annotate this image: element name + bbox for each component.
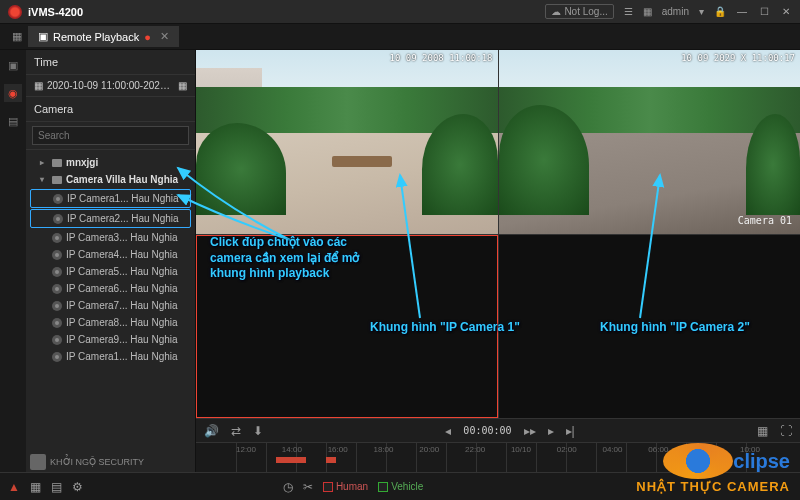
close-icon[interactable]: ✕	[780, 6, 792, 18]
camera-icon	[52, 284, 62, 294]
fullscreen-icon[interactable]: ⛶	[780, 424, 792, 438]
filter-vehicle[interactable]: Vehicle	[378, 481, 423, 492]
user-dropdown-icon[interactable]: ▾	[699, 6, 704, 17]
cloud-login-button[interactable]: ☁ Not Log...	[545, 4, 613, 19]
leftbar-calendar-icon[interactable]: ▣	[4, 56, 22, 74]
alert-icon[interactable]: ▲	[8, 480, 20, 494]
clock-icon[interactable]: ◷	[283, 480, 293, 494]
folder-icon	[52, 176, 62, 184]
camera-item[interactable]: IP Camera3... Hau Nghia	[26, 229, 195, 246]
filter-vehicle-label: Vehicle	[391, 481, 423, 492]
camera-item[interactable]: IP Camera4... Hau Nghia	[26, 246, 195, 263]
camera-label: IP Camera1... Hau Nghia	[66, 351, 178, 362]
filter-human[interactable]: Human	[323, 481, 368, 492]
playback-cell-3[interactable]	[196, 235, 498, 419]
app-title: iVMS-4200	[28, 6, 545, 18]
timeline-tick: 14:00	[282, 445, 302, 454]
app-logo	[8, 5, 22, 19]
leftbar-camera-icon[interactable]: ◉	[4, 84, 22, 102]
time-range-picker[interactable]: ▦ 2020-10-09 11:00:00-2020-1... ▦	[26, 75, 195, 97]
timeline-segment	[326, 457, 336, 463]
timeline-tick: 12:00	[236, 445, 256, 454]
playback-cell-2[interactable]: 10 09 2029 X 11:00:17 Camera 01	[499, 50, 801, 234]
camera-icon	[52, 335, 62, 345]
camera-header: Camera	[26, 97, 195, 122]
camera-label: IP Camera7... Hau Nghia	[66, 300, 178, 311]
group-label: Camera Villa Hau Nghia	[66, 174, 178, 185]
camera-label: IP Camera3... Hau Nghia	[66, 232, 178, 243]
playback-cell-4[interactable]	[499, 235, 801, 419]
layout-icon[interactable]: ▦	[757, 424, 768, 438]
camera-label: IP Camera2... Hau Nghia	[67, 213, 179, 224]
camera-label: IP Camera1... Hau Nghia	[67, 193, 179, 204]
maximize-icon[interactable]: ☐	[758, 6, 770, 18]
search-input[interactable]	[32, 126, 189, 145]
volume-icon[interactable]: 🔊	[204, 424, 219, 438]
cloud-icon: ☁	[551, 6, 561, 17]
footer-card-icon[interactable]: ▤	[51, 480, 62, 494]
camera-label: IP Camera8... Hau Nghia	[66, 317, 178, 328]
lock-icon[interactable]: 🔒	[714, 6, 726, 18]
footer-grid-icon[interactable]: ▦	[30, 480, 41, 494]
pause-icon[interactable]: ▸	[548, 424, 554, 438]
timeline-tick: 02:00	[557, 445, 577, 454]
camera-icon	[52, 301, 62, 311]
caret-icon: ▾	[40, 175, 48, 184]
playback-controls: 🔊 ⇄ ⬇ ◂ 00:00:00 ▸▸ ▸ ▸| ▦ ⛶	[196, 418, 800, 442]
camera-icon	[52, 318, 62, 328]
timeline-segment	[276, 457, 306, 463]
camera-item[interactable]: IP Camera1... Hau Nghia	[30, 189, 191, 208]
step-icon[interactable]: ▸|	[566, 424, 575, 438]
timeline[interactable]: 12:0014:0016:0018:0020:0022:0010/1002:00…	[196, 442, 800, 472]
camera-icon	[53, 194, 63, 204]
timestamp-overlay: 10 09 2029 X 11:00:17	[681, 53, 795, 63]
camera-item[interactable]: IP Camera8... Hau Nghia	[26, 314, 195, 331]
grid-icon[interactable]: ▦	[643, 6, 652, 17]
timeline-tick: 22:00	[465, 445, 485, 454]
playback-time: 00:00:00	[463, 425, 511, 436]
camera-label: IP Camera6... Hau Nghia	[66, 283, 178, 294]
camera-item[interactable]: IP Camera9... Hau Nghia	[26, 331, 195, 348]
playback-cell-1[interactable]: 10 09 2008 11:00:18	[196, 50, 498, 234]
camera-group[interactable]: ▸ mnxjgi	[26, 154, 195, 171]
camera-label: IP Camera9... Hau Nghia	[66, 334, 178, 345]
camera-group[interactable]: ▾ Camera Villa Hau Nghia	[26, 171, 195, 188]
camera-tree: ▸ mnxjgi ▾ Camera Villa Hau Nghia IP Cam…	[26, 150, 195, 472]
calendar-icon: ▦	[34, 80, 43, 91]
scissors-icon[interactable]: ✂	[303, 480, 313, 494]
camera-item[interactable]: IP Camera6... Hau Nghia	[26, 280, 195, 297]
user-label[interactable]: admin	[662, 6, 689, 17]
tab-label: Remote Playback	[53, 31, 139, 43]
tab-remote-playback[interactable]: ▣ Remote Playback ● ✕	[28, 26, 179, 47]
camera-item[interactable]: IP Camera5... Hau Nghia	[26, 263, 195, 280]
caret-icon: ▸	[40, 158, 48, 167]
play-icon[interactable]: ▸▸	[524, 424, 536, 438]
time-header: Time	[26, 50, 195, 75]
playback-icon: ▣	[38, 30, 48, 43]
share-icon[interactable]: ⇄	[231, 424, 241, 438]
group-label: mnxjgi	[66, 157, 98, 168]
timeline-tick: 08:00	[694, 445, 714, 454]
home-tab-icon[interactable]: ▦	[6, 26, 28, 48]
menu-icon[interactable]: ☰	[624, 6, 633, 17]
camera-item[interactable]: IP Camera2... Hau Nghia	[30, 209, 191, 228]
dropdown-icon: ▦	[178, 80, 187, 91]
footer-gear-icon[interactable]: ⚙	[72, 480, 83, 494]
tab-close-icon[interactable]: ✕	[160, 30, 169, 43]
timeline-tick: 06:00	[648, 445, 668, 454]
timeline-tick: 18:00	[373, 445, 393, 454]
camera-item[interactable]: IP Camera7... Hau Nghia	[26, 297, 195, 314]
camera-icon	[52, 250, 62, 260]
timeline-tick: 10/10	[511, 445, 531, 454]
timeline-tick: 04:00	[603, 445, 623, 454]
tab-indicator-icon: ●	[144, 31, 151, 43]
minimize-icon[interactable]: —	[736, 6, 748, 18]
download-icon[interactable]: ⬇	[253, 424, 263, 438]
camera-icon	[52, 352, 62, 362]
prev-icon[interactable]: ◂	[445, 424, 451, 438]
timestamp-overlay: 10 09 2008 11:00:18	[390, 53, 493, 63]
folder-icon	[52, 159, 62, 167]
leftbar-list-icon[interactable]: ▤	[4, 112, 22, 130]
camera-item[interactable]: IP Camera1... Hau Nghia	[26, 348, 195, 365]
watermark-khoi: KHỞI NGỘ SECURITY	[30, 454, 144, 470]
